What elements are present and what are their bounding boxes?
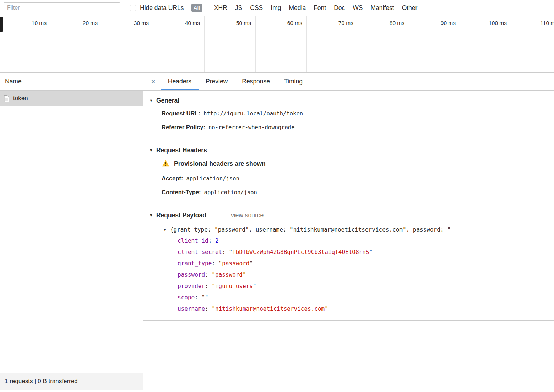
- payload-property: scope: "": [178, 292, 554, 303]
- filter-all-pill[interactable]: All: [191, 4, 202, 12]
- close-icon[interactable]: ×: [151, 78, 156, 86]
- provisional-headers-warning: Provisional headers are shown: [143, 156, 554, 172]
- section-title: Request Payload: [156, 212, 206, 219]
- name-column-header[interactable]: Name: [0, 73, 143, 91]
- payload-object-root[interactable]: ▼ {grant_type: "password", username: "ni…: [143, 221, 554, 234]
- timeline-scroll-indicator[interactable]: [0, 17, 3, 32]
- section-title: Request Headers: [156, 147, 207, 154]
- timeline-tick: 20 ms: [51, 16, 102, 72]
- filter-input[interactable]: [4, 2, 120, 13]
- details-tab[interactable]: Response: [235, 73, 277, 90]
- header-row: Referrer Policy: no-referrer-when-downgr…: [143, 120, 554, 134]
- timeline-tick-label: 20 ms: [83, 20, 102, 26]
- payload-properties: client_id: "2" client_secret: "fbDTbWCzW…: [143, 234, 554, 315]
- timeline-overview[interactable]: 10 ms 20 ms 30 ms 40 ms 50 ms: [0, 16, 554, 73]
- header-value: application/json: [204, 189, 257, 196]
- payload-key: scope: [178, 294, 195, 301]
- type-filter[interactable]: Other: [398, 4, 422, 12]
- payload-key: client_id: [178, 237, 208, 244]
- header-name: Referrer Policy:: [162, 124, 205, 131]
- header-value: no-referrer-when-downgrade: [208, 124, 295, 131]
- type-filter[interactable]: XHR: [210, 4, 231, 12]
- payload-key: client_secret: [178, 249, 222, 255]
- payload-property: password: "password": [178, 269, 554, 281]
- hide-data-urls-checkbox[interactable]: [130, 5, 136, 11]
- section-title: General: [156, 97, 179, 104]
- disclosure-triangle-icon[interactable]: ▼: [149, 99, 153, 103]
- general-rows: Request URL: http://iguru.local/oauth/to…: [143, 107, 554, 134]
- payload-property: username: "nitishkumar@noeticitservices.…: [178, 303, 554, 315]
- disclosure-triangle-icon[interactable]: ▼: [149, 148, 153, 152]
- requests-summary: 1 requests | 0 B transferred: [0, 373, 143, 390]
- type-filter[interactable]: Manifest: [366, 4, 398, 12]
- timeline-tick-label: 30 ms: [134, 20, 153, 26]
- toolbar-separator: [207, 3, 207, 12]
- details-tabbar: × Headers Preview Response Timing: [143, 73, 554, 91]
- payload-property: client_secret: "fbDTbWCzWph42G8BqnPLcl9C…: [178, 246, 554, 258]
- type-filter[interactable]: Doc: [330, 4, 349, 12]
- warning-text: Provisional headers are shown: [174, 160, 266, 168]
- type-filter[interactable]: Img: [267, 4, 285, 12]
- timeline-tick: 90 ms: [409, 16, 460, 72]
- type-filter[interactable]: CSS: [246, 4, 267, 12]
- header-value: application/json: [186, 175, 239, 182]
- payload-value: password: [222, 260, 249, 267]
- payload-property: provider: "iguru_users": [178, 281, 554, 292]
- header-row: Request URL: http://iguru.local/oauth/to…: [143, 107, 554, 120]
- timeline-tick: 80 ms: [358, 16, 409, 72]
- payload-value: iguru_users: [215, 283, 253, 289]
- ruler-line: [0, 31, 554, 31]
- timeline-tick: 100 ms: [460, 16, 511, 72]
- document-icon: [4, 95, 9, 102]
- request-list: token: [0, 91, 143, 373]
- request-payload-section: ▼ Request Payload view source ▼ {grant_t…: [143, 205, 554, 321]
- timeline-tick: 70 ms: [307, 16, 358, 72]
- request-headers-section-header[interactable]: ▼ Request Headers: [143, 145, 554, 156]
- disclosure-triangle-icon[interactable]: ▼: [163, 228, 167, 232]
- disclosure-triangle-icon[interactable]: ▼: [149, 213, 153, 217]
- hide-data-urls-label: Hide data URLs: [140, 4, 184, 12]
- payload-value: 2: [215, 237, 219, 244]
- header-value: http://iguru.local/oauth/token: [203, 110, 303, 117]
- hide-data-urls-control: Hide data URLs: [130, 4, 184, 12]
- header-name: Content-Type:: [162, 189, 201, 196]
- details-tabs: Headers Preview Response Timing: [161, 73, 310, 90]
- request-payload-section-header[interactable]: ▼ Request Payload view source: [143, 209, 554, 221]
- payload-key: provider: [178, 283, 205, 289]
- payload-value: nitishkumar@noeticitservices.com: [215, 305, 325, 312]
- details-tab[interactable]: Timing: [277, 73, 310, 90]
- details-panel: × Headers Preview Response Timing: [143, 73, 554, 390]
- timeline-tick-label: 90 ms: [441, 20, 460, 26]
- type-filter[interactable]: Font: [310, 4, 330, 12]
- timeline-tick: 50 ms: [205, 16, 256, 72]
- request-row[interactable]: token: [0, 91, 143, 106]
- details-tab[interactable]: Preview: [199, 73, 235, 90]
- timeline-tick: 60 ms: [256, 16, 307, 72]
- timeline-tick: 110 ms: [511, 16, 554, 72]
- header-row: Content-Type: application/json: [143, 185, 554, 199]
- warning-icon: [162, 160, 169, 168]
- request-name: token: [13, 95, 28, 102]
- payload-value: password: [215, 271, 243, 278]
- view-source-link[interactable]: view source: [231, 212, 264, 219]
- payload-key: grant_type: [178, 260, 212, 267]
- timeline-tick: 10 ms: [0, 16, 51, 72]
- request-headers-section: ▼ Request Headers Provisional headers ar…: [143, 140, 554, 205]
- timeline-tick-label: 60 ms: [287, 20, 306, 26]
- payload-value: fbDTbWCzWph42G8BqnPLcl9Cb3la1qf4OElO8rnS: [232, 249, 369, 255]
- timeline-tick-label: 10 ms: [32, 20, 51, 26]
- general-section-header[interactable]: ▼ General: [143, 95, 554, 107]
- network-toolbar: Hide data URLs All XHR JS CSS Img Media …: [0, 0, 554, 16]
- devtools-network-panel: Hide data URLs All XHR JS CSS Img Media …: [0, 0, 554, 390]
- payload-property: grant_type: "password": [178, 258, 554, 269]
- type-filter[interactable]: JS: [231, 4, 246, 12]
- timeline-tick-label: 50 ms: [236, 20, 255, 26]
- details-tab[interactable]: Headers: [161, 73, 199, 90]
- timeline-tick: 40 ms: [153, 16, 205, 72]
- header-row: Accept: application/json: [143, 172, 554, 185]
- timeline-tick-label: 70 ms: [338, 20, 358, 26]
- timeline-tick-label: 80 ms: [390, 20, 409, 26]
- header-name: Request URL:: [162, 110, 200, 117]
- type-filter[interactable]: Media: [285, 4, 310, 12]
- type-filter[interactable]: WS: [349, 4, 366, 12]
